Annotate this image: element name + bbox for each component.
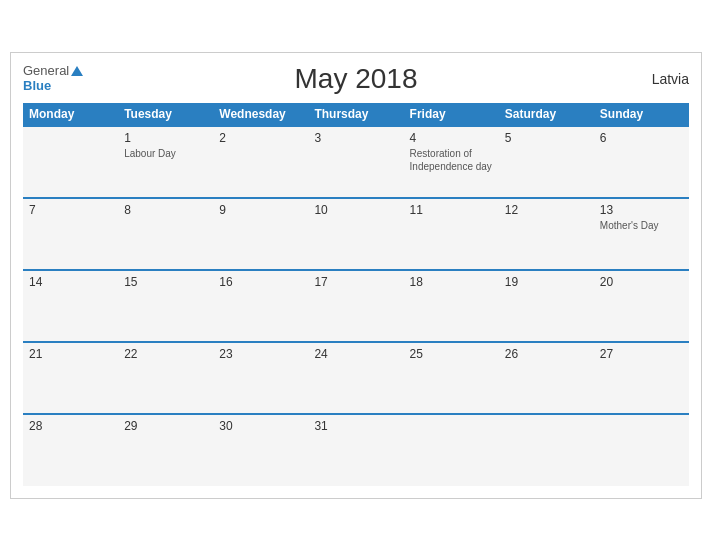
calendar-header: General Blue May 2018 Latvia (23, 63, 689, 95)
day-number: 31 (314, 419, 397, 433)
week-row-4: 21222324252627 (23, 342, 689, 414)
day-number: 15 (124, 275, 207, 289)
day-number: 23 (219, 347, 302, 361)
day-number: 17 (314, 275, 397, 289)
calendar-cell: 5 (499, 126, 594, 198)
calendar-cell: 16 (213, 270, 308, 342)
calendar-cell: 18 (404, 270, 499, 342)
calendar-cell: 13Mother's Day (594, 198, 689, 270)
calendar-cell: 6 (594, 126, 689, 198)
calendar-cell: 20 (594, 270, 689, 342)
calendar-cell: 9 (213, 198, 308, 270)
country-label: Latvia (652, 71, 689, 87)
calendar-cell: 17 (308, 270, 403, 342)
weekday-monday: Monday (23, 103, 118, 126)
calendar-cell: 25 (404, 342, 499, 414)
calendar-cell: 8 (118, 198, 213, 270)
day-number: 19 (505, 275, 588, 289)
calendar-cell: 24 (308, 342, 403, 414)
weekday-header-row: MondayTuesdayWednesdayThursdayFridaySatu… (23, 103, 689, 126)
calendar-cell: 15 (118, 270, 213, 342)
calendar-cell: 22 (118, 342, 213, 414)
event-label: Mother's Day (600, 219, 683, 232)
calendar-cell (23, 126, 118, 198)
calendar-cell: 23 (213, 342, 308, 414)
calendar-container: General Blue May 2018 Latvia MondayTuesd… (10, 52, 702, 499)
day-number: 22 (124, 347, 207, 361)
calendar-cell: 4Restoration of Independence day (404, 126, 499, 198)
month-title: May 2018 (295, 63, 418, 95)
calendar-cell (404, 414, 499, 486)
logo: General Blue (23, 64, 83, 93)
day-number: 26 (505, 347, 588, 361)
week-row-2: 78910111213Mother's Day (23, 198, 689, 270)
weekday-friday: Friday (404, 103, 499, 126)
calendar-cell: 2 (213, 126, 308, 198)
day-number: 20 (600, 275, 683, 289)
calendar-cell: 12 (499, 198, 594, 270)
calendar-cell: 26 (499, 342, 594, 414)
day-number: 11 (410, 203, 493, 217)
logo-triangle-icon (71, 66, 83, 76)
event-label: Labour Day (124, 147, 207, 160)
event-label: Restoration of Independence day (410, 147, 493, 173)
calendar-cell: 31 (308, 414, 403, 486)
calendar-cell: 10 (308, 198, 403, 270)
day-number: 10 (314, 203, 397, 217)
week-row-5: 28293031 (23, 414, 689, 486)
day-number: 2 (219, 131, 302, 145)
day-number: 5 (505, 131, 588, 145)
calendar-cell (594, 414, 689, 486)
day-number: 16 (219, 275, 302, 289)
weekday-wednesday: Wednesday (213, 103, 308, 126)
day-number: 7 (29, 203, 112, 217)
calendar-cell: 14 (23, 270, 118, 342)
day-number: 14 (29, 275, 112, 289)
logo-blue-text: Blue (23, 79, 83, 93)
day-number: 13 (600, 203, 683, 217)
day-number: 8 (124, 203, 207, 217)
day-number: 6 (600, 131, 683, 145)
weekday-saturday: Saturday (499, 103, 594, 126)
calendar-cell (499, 414, 594, 486)
weekday-sunday: Sunday (594, 103, 689, 126)
calendar-cell: 19 (499, 270, 594, 342)
day-number: 12 (505, 203, 588, 217)
day-number: 3 (314, 131, 397, 145)
day-number: 24 (314, 347, 397, 361)
calendar-cell: 27 (594, 342, 689, 414)
calendar-cell: 7 (23, 198, 118, 270)
day-number: 25 (410, 347, 493, 361)
day-number: 27 (600, 347, 683, 361)
day-number: 9 (219, 203, 302, 217)
day-number: 21 (29, 347, 112, 361)
week-row-1: 1Labour Day234Restoration of Independenc… (23, 126, 689, 198)
calendar-cell: 21 (23, 342, 118, 414)
day-number: 18 (410, 275, 493, 289)
day-number: 1 (124, 131, 207, 145)
weekday-tuesday: Tuesday (118, 103, 213, 126)
logo-general-text: General (23, 64, 69, 78)
calendar-grid: MondayTuesdayWednesdayThursdayFridaySatu… (23, 103, 689, 486)
calendar-cell: 11 (404, 198, 499, 270)
day-number: 30 (219, 419, 302, 433)
day-number: 29 (124, 419, 207, 433)
calendar-cell: 29 (118, 414, 213, 486)
calendar-cell: 1Labour Day (118, 126, 213, 198)
calendar-cell: 28 (23, 414, 118, 486)
weekday-thursday: Thursday (308, 103, 403, 126)
calendar-cell: 30 (213, 414, 308, 486)
calendar-cell: 3 (308, 126, 403, 198)
day-number: 28 (29, 419, 112, 433)
day-number: 4 (410, 131, 493, 145)
week-row-3: 14151617181920 (23, 270, 689, 342)
